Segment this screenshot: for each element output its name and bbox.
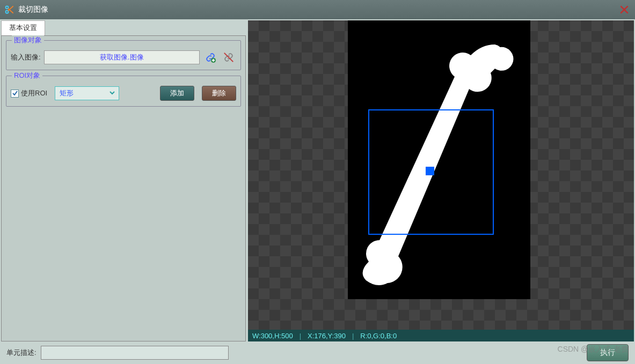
link-add-button[interactable] bbox=[203, 50, 218, 64]
bottom-bar: 单元描述: 执行 bbox=[0, 341, 635, 364]
title-bar: 裁切图像 bbox=[0, 0, 635, 19]
input-image-field[interactable]: 获取图像.图像 bbox=[44, 50, 200, 64]
chevron-down-icon bbox=[109, 90, 115, 98]
link-break-button[interactable] bbox=[221, 50, 236, 64]
input-image-label: 输入图像: bbox=[11, 53, 41, 62]
tab-basic-settings[interactable]: 基本设置 bbox=[1, 20, 45, 35]
checkmark-icon bbox=[11, 90, 19, 98]
add-button-label: 添加 bbox=[170, 88, 184, 98]
roi-shape-dropdown[interactable]: 矩形 bbox=[55, 86, 119, 100]
info-xy: X:176,Y:390 bbox=[308, 332, 346, 340]
settings-body: 图像对象 输入图像: 获取图像.图像 bbox=[1, 35, 246, 341]
scissors-icon bbox=[4, 4, 15, 15]
use-roi-label: 使用ROI bbox=[21, 88, 47, 98]
link-break-icon bbox=[223, 51, 235, 63]
input-image-value: 获取图像.图像 bbox=[100, 53, 144, 62]
execute-button-label: 执行 bbox=[600, 348, 615, 358]
delete-button[interactable]: 删除 bbox=[202, 86, 236, 101]
group-image-title: 图像对象 bbox=[12, 35, 44, 45]
delete-button-label: 删除 bbox=[212, 88, 226, 98]
roi-center-handle[interactable] bbox=[426, 167, 434, 175]
execute-button[interactable]: 执行 bbox=[587, 344, 629, 361]
add-button[interactable]: 添加 bbox=[160, 86, 194, 101]
info-rgb: R:0,G:0,B:0 bbox=[360, 332, 397, 340]
info-bar: W:300,H:500 | X:176,Y:390 | R:0,G:0,B:0 bbox=[248, 330, 634, 341]
link-add-icon bbox=[205, 51, 216, 63]
roi-shape-selected: 矩形 bbox=[60, 88, 74, 98]
group-roi-object: ROI对象 使用ROI 矩形 bbox=[6, 76, 241, 107]
canvas-area[interactable] bbox=[248, 20, 634, 330]
info-wh: W:300,H:500 bbox=[252, 332, 293, 340]
use-roi-checkbox[interactable]: 使用ROI bbox=[11, 88, 47, 98]
tab-row: 基本设置 bbox=[1, 20, 246, 35]
window-title: 裁切图像 bbox=[18, 5, 618, 14]
preview-panel: W:300,H:500 | X:176,Y:390 | R:0,G:0,B:0 bbox=[247, 19, 635, 341]
group-roi-title: ROI对象 bbox=[12, 71, 42, 80]
group-image-object: 图像对象 输入图像: 获取图像.图像 bbox=[6, 40, 241, 70]
info-separator: | bbox=[352, 332, 354, 340]
close-button[interactable] bbox=[618, 3, 631, 16]
unit-desc-label: 单元描述: bbox=[6, 348, 37, 358]
info-separator: | bbox=[300, 332, 301, 340]
unit-desc-input[interactable] bbox=[41, 346, 229, 360]
close-icon bbox=[619, 4, 630, 15]
settings-panel: 基本设置 图像对象 输入图像: 获取图像.图像 bbox=[0, 19, 247, 341]
